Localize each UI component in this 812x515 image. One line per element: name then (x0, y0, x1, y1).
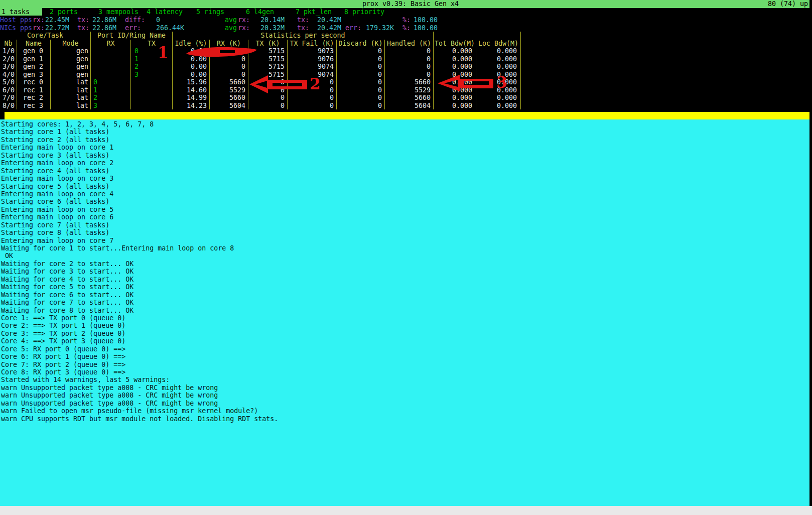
tab-pkt_len[interactable]: 7 pkt_len (296, 8, 332, 16)
command-input-row[interactable] (0, 112, 809, 119)
table-row: 3/0gen 2gen20.00057159074000.0000.000 (0, 63, 521, 71)
table-cell: 9074 (288, 63, 337, 71)
host-stat-token: diff: (125, 16, 145, 24)
tab-ports[interactable]: 2 ports (50, 8, 78, 16)
table-cell: 8/0 (0, 102, 17, 110)
tab-l4gen[interactable]: 6 l4gen (246, 8, 274, 16)
log-line: Core 6: RX port 1 (queue 0) ==> (1, 353, 809, 360)
port-id-cell: 3 (131, 71, 173, 79)
nics-stat-token: tx: (77, 24, 89, 32)
log-line: Starting core 6 (all tasks) (1, 198, 809, 205)
table-column-header: Mode (51, 40, 91, 48)
nics-stat-token: rx: (33, 24, 45, 32)
port-id-cell: 1 (91, 86, 131, 94)
tab-rings[interactable]: 5 rings (196, 8, 224, 16)
tab-latency[interactable]: 4 latency (147, 8, 183, 16)
table-cell: lat (51, 102, 91, 110)
tab-tasks-active[interactable]: 1 tasks (0, 8, 42, 16)
table-cell: rec 3 (17, 102, 51, 110)
table-column-header: Discard (K) (337, 40, 385, 48)
table-cell: 0 (248, 102, 288, 110)
host-stat-token: tx: (77, 16, 89, 24)
table-cell: 5715 (248, 55, 288, 63)
nics-stat-token: tx: (297, 24, 309, 32)
table-cell: 0.00 (173, 71, 210, 79)
nics-stat-token: avg (225, 24, 237, 32)
table-cell: lat (51, 78, 91, 86)
table-cell: 0 (337, 47, 385, 55)
log-line: Core 2: ==> TX port 1 (queue 0) (1, 322, 809, 329)
table-cell: 0 (288, 94, 337, 102)
nics-stat-token: rx: (238, 24, 250, 32)
log-line: Entering main loop on core 3 (1, 175, 809, 182)
log-line: Core 8: RX port 3 (queue 0) ==> (1, 368, 809, 376)
table-cell: 0 (210, 63, 248, 71)
cursor-block (0, 112, 5, 119)
log-line: Core 5: RX port 0 (queue 0) ==> (1, 345, 809, 353)
host-stat-token: %: (402, 16, 411, 24)
port-id-cell (91, 55, 131, 63)
table-cell: gen (51, 71, 91, 79)
table-cell: 0 (210, 55, 248, 63)
table-row: 4/0gen 3gen30.00057159074000.0000.000 (0, 71, 521, 79)
table-column-header: TX Fail (K) (288, 40, 337, 48)
table-column-header: Name (17, 40, 51, 48)
table-cell: rec 0 (17, 78, 51, 86)
table-cell: 0 (385, 63, 434, 71)
table-column-header: Idle (%) (173, 40, 210, 48)
table-cell: 5529 (385, 86, 434, 94)
annotation-label-1: 1 (158, 45, 169, 60)
log-line: Waiting for core 5 to start... OK (1, 283, 809, 291)
log-line: warn CPU supports RDT but msr module not… (1, 415, 809, 423)
table-cell: 5529 (210, 86, 248, 94)
nics-stat-token: 266.44K (156, 24, 184, 32)
table-cell: 0 (385, 55, 434, 63)
host-stat-token: 20.42M (317, 16, 341, 24)
log-line: Waiting for core 4 to start... OK (1, 276, 809, 283)
log-line: Started with 14 warnings, last 5 warning… (1, 376, 809, 383)
table-cell: 0.000 (434, 55, 476, 63)
table-cell: lat (51, 86, 91, 94)
table-cell: 15.96 (173, 78, 210, 86)
table-column-header: Loc Bdw(M) (476, 40, 521, 48)
table-column-header: RX (K) (210, 40, 248, 48)
app-title: prox v0.39: Basic Gen x4 (362, 0, 459, 8)
table-cell: 0 (337, 102, 385, 110)
table-column-header: Nb (0, 40, 17, 48)
table-cell: 0.00 (173, 47, 210, 55)
table-cell: 0.000 (434, 78, 476, 86)
table-column-header: Tot Bdw(M) (434, 40, 476, 48)
table-cell: 0 (337, 78, 385, 86)
table-cell: 5660 (210, 94, 248, 102)
table-row: Core/TaskPort ID/Ring NameStatistics per… (0, 32, 521, 40)
host-stat-token: 20.14M (260, 16, 285, 24)
log-line: Waiting for core 7 to start... OK (1, 299, 809, 306)
host-stat-token: 100.00 (414, 16, 438, 24)
port-id-cell: 2 (131, 63, 173, 71)
port-id-cell (91, 47, 131, 55)
log-line: Starting core 2 (all tasks) (1, 136, 809, 144)
table-cell: 2/0 (0, 55, 17, 63)
tab-priority[interactable]: 8 priority (344, 8, 384, 16)
nics-stat-token: 100.00 (414, 24, 438, 32)
log-line: Entering main loop on core 6 (1, 213, 809, 221)
host-pps-stats-line: Host ppsrx:22.45Mtx:22.86Mdiff:0avgrx:20… (0, 16, 809, 24)
table-cell: 0.000 (434, 102, 476, 110)
tab-mempools[interactable]: 3 mempools (98, 8, 139, 16)
log-line: Entering main loop on core 1 (1, 144, 809, 151)
annotation-label-2: 2 (310, 76, 321, 91)
prox-terminal-app: { "title_bar": { "title": "prox v0.39: B… (0, 0, 812, 515)
table-cell: 14.60 (173, 86, 210, 94)
log-line: Entering main loop on core 2 (1, 159, 809, 167)
host-stat-token: rx: (238, 16, 250, 24)
nics-stat-token: 22.72M (45, 24, 69, 32)
table-row: 6/0rec 1lat114.60552900055290.0000.000 (0, 86, 521, 94)
table-cell: 5715 (248, 71, 288, 79)
table-cell: 0 (385, 71, 434, 79)
table-cell: gen 0 (17, 47, 51, 55)
log-line: Waiting for core 3 to start... OK (1, 268, 809, 275)
port-id-cell (91, 63, 131, 71)
table-column-header: TX (K) (248, 40, 288, 48)
host-stat-token: rx: (33, 16, 45, 24)
table-cell: rec 2 (17, 94, 51, 102)
